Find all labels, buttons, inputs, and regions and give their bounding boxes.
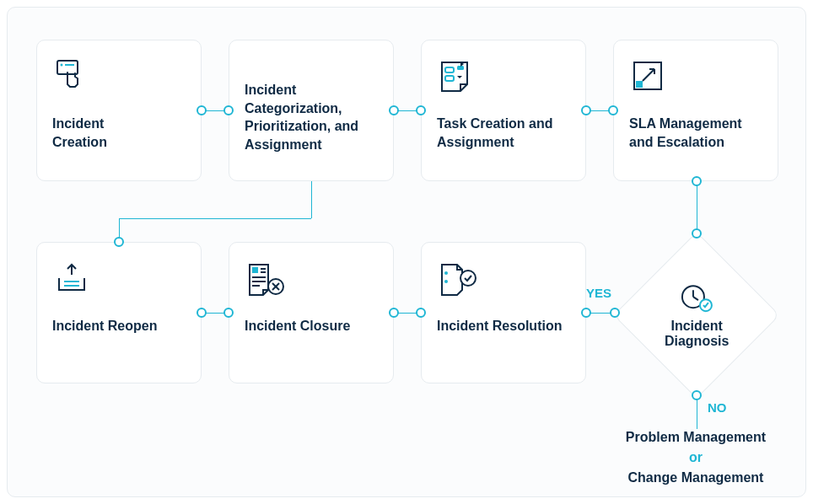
finger-pointer-icon xyxy=(52,57,186,105)
svg-point-1 xyxy=(61,64,63,67)
node-label: Incident Categorization, Prioritization,… xyxy=(245,81,378,153)
node-label: Task Creation and Assignment xyxy=(437,115,570,151)
connector-dot xyxy=(608,105,618,115)
svg-line-9 xyxy=(643,69,654,81)
node-label: Incident Closure xyxy=(245,317,378,335)
node-resolution: Incident Resolution xyxy=(421,242,586,383)
connector-dot xyxy=(223,308,234,318)
task-board-icon xyxy=(437,57,570,105)
connector-dot xyxy=(610,308,620,318)
outcome-or: or xyxy=(689,450,703,464)
arrow-box-icon xyxy=(629,57,762,105)
node-sla: SLA Management and Escalation xyxy=(613,40,778,181)
svg-point-22 xyxy=(444,271,448,275)
connector xyxy=(311,181,312,218)
connector-dot xyxy=(389,105,399,115)
connector-dot xyxy=(114,237,124,247)
clock-check-icon xyxy=(678,281,715,314)
svg-rect-8 xyxy=(636,81,643,88)
node-label: SLA Management and Escalation xyxy=(629,115,762,151)
connector-dot xyxy=(692,390,702,400)
node-task-creation: Task Creation and Assignment xyxy=(421,40,586,181)
edge-no-label: NO xyxy=(708,400,727,415)
connector-dot xyxy=(389,308,399,318)
decision-node: Incident Diagnosis xyxy=(608,227,785,404)
connector-dot xyxy=(692,228,702,239)
document-check-icon xyxy=(437,260,570,307)
connector-dot xyxy=(223,105,234,115)
node-categorization: Incident Categorization, Prioritization,… xyxy=(229,40,394,181)
svg-line-27 xyxy=(693,297,698,300)
svg-point-24 xyxy=(460,271,476,286)
node-label: Incident Resolution xyxy=(437,317,570,335)
edge-yes-label: YES xyxy=(586,286,611,300)
svg-rect-4 xyxy=(445,67,454,72)
connector-dot xyxy=(197,308,207,318)
connector-dot xyxy=(197,105,207,115)
node-label: Incident Reopen xyxy=(52,317,186,335)
outcome-line1: Problem Management xyxy=(626,430,766,444)
flow-diagram-canvas: Incident Creation Incident Categorizatio… xyxy=(7,7,806,497)
node-closure: Incident Closure xyxy=(229,242,394,383)
document-x-icon xyxy=(245,260,378,307)
outcome-text: Problem Management or Change Management xyxy=(598,427,794,488)
connector-dot xyxy=(416,308,426,318)
connector-dot xyxy=(416,105,426,115)
connector-dot xyxy=(581,105,591,115)
upload-tray-icon xyxy=(52,260,186,307)
svg-point-23 xyxy=(444,280,448,283)
connector-dot xyxy=(692,176,702,186)
node-incident-creation: Incident Creation xyxy=(36,40,202,181)
connector xyxy=(697,395,697,429)
node-reopen: Incident Reopen xyxy=(36,242,202,383)
outcome-line2: Change Management xyxy=(628,470,764,485)
svg-rect-13 xyxy=(252,267,258,273)
svg-rect-5 xyxy=(445,76,454,81)
connector xyxy=(119,218,311,219)
decision-label: Incident Diagnosis xyxy=(665,319,729,349)
connector xyxy=(697,181,697,233)
node-label: Incident Creation xyxy=(52,115,186,151)
connector-dot xyxy=(581,308,591,318)
